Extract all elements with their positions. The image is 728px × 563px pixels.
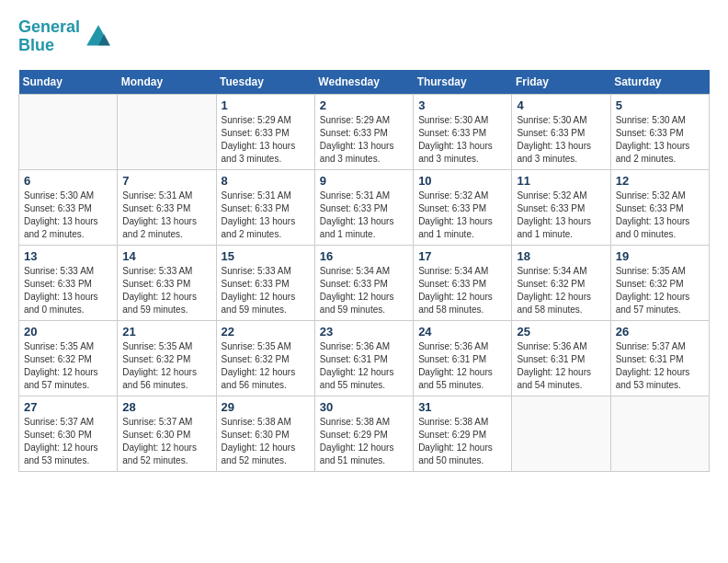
day-info: Sunrise: 5:29 AMSunset: 6:33 PMDaylight:… bbox=[222, 114, 310, 166]
calendar-cell: 14Sunrise: 5:33 AMSunset: 6:33 PMDayligh… bbox=[118, 245, 216, 320]
weekday-sunday: Sunday bbox=[19, 70, 118, 95]
day-info: Sunrise: 5:34 AMSunset: 6:33 PMDaylight:… bbox=[320, 265, 408, 316]
calendar-cell: 8Sunrise: 5:31 AMSunset: 6:33 PMDaylight… bbox=[216, 169, 314, 245]
day-number: 2 bbox=[320, 98, 408, 112]
calendar-cell: 28Sunrise: 5:37 AMSunset: 6:30 PMDayligh… bbox=[118, 396, 216, 471]
logo-text: General Blue bbox=[18, 18, 80, 55]
calendar-week-0: 1Sunrise: 5:29 AMSunset: 6:33 PMDaylight… bbox=[19, 94, 710, 169]
day-number: 21 bbox=[122, 325, 210, 339]
day-number: 14 bbox=[122, 249, 210, 263]
day-number: 20 bbox=[24, 325, 112, 339]
day-number: 29 bbox=[222, 400, 310, 414]
calendar-cell: 6Sunrise: 5:30 AMSunset: 6:33 PMDaylight… bbox=[19, 169, 118, 245]
calendar-cell: 27Sunrise: 5:37 AMSunset: 6:30 PMDayligh… bbox=[19, 396, 118, 471]
weekday-monday: Monday bbox=[118, 70, 216, 95]
calendar-week-3: 20Sunrise: 5:35 AMSunset: 6:32 PMDayligh… bbox=[19, 320, 710, 396]
calendar-cell bbox=[118, 94, 216, 169]
calendar-cell: 31Sunrise: 5:38 AMSunset: 6:29 PMDayligh… bbox=[414, 396, 512, 471]
calendar-week-2: 13Sunrise: 5:33 AMSunset: 6:33 PMDayligh… bbox=[19, 245, 710, 320]
day-info: Sunrise: 5:35 AMSunset: 6:32 PMDaylight:… bbox=[24, 340, 112, 392]
calendar-cell: 1Sunrise: 5:29 AMSunset: 6:33 PMDaylight… bbox=[216, 94, 314, 169]
logo-icon bbox=[84, 22, 113, 52]
calendar-cell: 15Sunrise: 5:33 AMSunset: 6:33 PMDayligh… bbox=[216, 245, 314, 320]
calendar-cell: 2Sunrise: 5:29 AMSunset: 6:33 PMDaylight… bbox=[314, 94, 413, 169]
day-number: 17 bbox=[418, 249, 506, 263]
day-number: 22 bbox=[222, 325, 310, 339]
day-info: Sunrise: 5:31 AMSunset: 6:33 PMDaylight:… bbox=[122, 190, 210, 241]
day-info: Sunrise: 5:36 AMSunset: 6:31 PMDaylight:… bbox=[320, 340, 408, 392]
logo: General Blue bbox=[18, 18, 113, 55]
day-number: 27 bbox=[24, 400, 112, 414]
day-number: 31 bbox=[418, 400, 506, 414]
day-number: 19 bbox=[616, 249, 704, 263]
page-header: General Blue bbox=[18, 18, 710, 55]
day-number: 4 bbox=[517, 98, 605, 112]
calendar-cell bbox=[610, 396, 709, 471]
calendar-cell bbox=[512, 396, 610, 471]
day-info: Sunrise: 5:33 AMSunset: 6:33 PMDaylight:… bbox=[24, 265, 112, 316]
day-info: Sunrise: 5:34 AMSunset: 6:32 PMDaylight:… bbox=[517, 265, 605, 316]
day-number: 30 bbox=[320, 400, 408, 414]
calendar-cell: 29Sunrise: 5:38 AMSunset: 6:30 PMDayligh… bbox=[216, 396, 314, 471]
day-info: Sunrise: 5:36 AMSunset: 6:31 PMDaylight:… bbox=[517, 340, 605, 392]
day-number: 8 bbox=[222, 174, 310, 188]
calendar-cell: 19Sunrise: 5:35 AMSunset: 6:32 PMDayligh… bbox=[610, 245, 709, 320]
day-info: Sunrise: 5:30 AMSunset: 6:33 PMDaylight:… bbox=[418, 114, 506, 166]
day-info: Sunrise: 5:36 AMSunset: 6:31 PMDaylight:… bbox=[418, 340, 506, 392]
calendar-cell: 30Sunrise: 5:38 AMSunset: 6:29 PMDayligh… bbox=[314, 396, 413, 471]
calendar-cell: 5Sunrise: 5:30 AMSunset: 6:33 PMDaylight… bbox=[610, 94, 709, 169]
calendar-cell: 22Sunrise: 5:35 AMSunset: 6:32 PMDayligh… bbox=[216, 320, 314, 396]
calendar-cell: 11Sunrise: 5:32 AMSunset: 6:33 PMDayligh… bbox=[512, 169, 610, 245]
day-info: Sunrise: 5:38 AMSunset: 6:29 PMDaylight:… bbox=[418, 416, 506, 467]
calendar-cell: 20Sunrise: 5:35 AMSunset: 6:32 PMDayligh… bbox=[19, 320, 118, 396]
calendar-cell: 3Sunrise: 5:30 AMSunset: 6:33 PMDaylight… bbox=[414, 94, 512, 169]
day-number: 25 bbox=[517, 325, 605, 339]
calendar-cell: 18Sunrise: 5:34 AMSunset: 6:32 PMDayligh… bbox=[512, 245, 610, 320]
calendar-cell: 16Sunrise: 5:34 AMSunset: 6:33 PMDayligh… bbox=[314, 245, 413, 320]
day-info: Sunrise: 5:35 AMSunset: 6:32 PMDaylight:… bbox=[222, 340, 310, 392]
day-info: Sunrise: 5:32 AMSunset: 6:33 PMDaylight:… bbox=[418, 190, 506, 241]
day-info: Sunrise: 5:37 AMSunset: 6:30 PMDaylight:… bbox=[122, 416, 210, 467]
day-number: 28 bbox=[122, 400, 210, 414]
day-number: 10 bbox=[418, 174, 506, 188]
weekday-wednesday: Wednesday bbox=[314, 70, 413, 95]
day-info: Sunrise: 5:32 AMSunset: 6:33 PMDaylight:… bbox=[616, 190, 704, 241]
calendar-cell: 25Sunrise: 5:36 AMSunset: 6:31 PMDayligh… bbox=[512, 320, 610, 396]
logo-general: General bbox=[18, 17, 80, 36]
calendar-cell: 21Sunrise: 5:35 AMSunset: 6:32 PMDayligh… bbox=[118, 320, 216, 396]
weekday-thursday: Thursday bbox=[414, 70, 512, 95]
day-number: 9 bbox=[320, 174, 408, 188]
day-info: Sunrise: 5:38 AMSunset: 6:29 PMDaylight:… bbox=[320, 416, 408, 467]
weekday-friday: Friday bbox=[512, 70, 610, 95]
day-info: Sunrise: 5:37 AMSunset: 6:31 PMDaylight:… bbox=[616, 340, 704, 392]
weekday-tuesday: Tuesday bbox=[216, 70, 314, 95]
day-number: 13 bbox=[24, 249, 112, 263]
day-info: Sunrise: 5:32 AMSunset: 6:33 PMDaylight:… bbox=[517, 190, 605, 241]
day-info: Sunrise: 5:33 AMSunset: 6:33 PMDaylight:… bbox=[222, 265, 310, 316]
calendar-cell: 10Sunrise: 5:32 AMSunset: 6:33 PMDayligh… bbox=[414, 169, 512, 245]
weekday-row: SundayMondayTuesdayWednesdayThursdayFrid… bbox=[19, 70, 710, 95]
day-info: Sunrise: 5:34 AMSunset: 6:33 PMDaylight:… bbox=[418, 265, 506, 316]
day-number: 26 bbox=[616, 325, 704, 339]
day-info: Sunrise: 5:30 AMSunset: 6:33 PMDaylight:… bbox=[616, 114, 704, 166]
calendar-header: SundayMondayTuesdayWednesdayThursdayFrid… bbox=[19, 70, 710, 95]
day-number: 5 bbox=[616, 98, 704, 112]
day-info: Sunrise: 5:30 AMSunset: 6:33 PMDaylight:… bbox=[24, 190, 112, 241]
day-info: Sunrise: 5:33 AMSunset: 6:33 PMDaylight:… bbox=[122, 265, 210, 316]
calendar-cell bbox=[19, 94, 118, 169]
day-number: 16 bbox=[320, 249, 408, 263]
day-number: 3 bbox=[418, 98, 506, 112]
day-info: Sunrise: 5:35 AMSunset: 6:32 PMDaylight:… bbox=[616, 265, 704, 316]
logo-blue: Blue bbox=[18, 36, 54, 54]
calendar-week-1: 6Sunrise: 5:30 AMSunset: 6:33 PMDaylight… bbox=[19, 169, 710, 245]
calendar-cell: 24Sunrise: 5:36 AMSunset: 6:31 PMDayligh… bbox=[414, 320, 512, 396]
day-info: Sunrise: 5:31 AMSunset: 6:33 PMDaylight:… bbox=[222, 190, 310, 241]
calendar-body: 1Sunrise: 5:29 AMSunset: 6:33 PMDaylight… bbox=[19, 94, 710, 471]
calendar-cell: 17Sunrise: 5:34 AMSunset: 6:33 PMDayligh… bbox=[414, 245, 512, 320]
calendar-week-4: 27Sunrise: 5:37 AMSunset: 6:30 PMDayligh… bbox=[19, 396, 710, 471]
calendar-cell: 7Sunrise: 5:31 AMSunset: 6:33 PMDaylight… bbox=[118, 169, 216, 245]
day-info: Sunrise: 5:29 AMSunset: 6:33 PMDaylight:… bbox=[320, 114, 408, 166]
calendar-cell: 12Sunrise: 5:32 AMSunset: 6:33 PMDayligh… bbox=[610, 169, 709, 245]
day-info: Sunrise: 5:37 AMSunset: 6:30 PMDaylight:… bbox=[24, 416, 112, 467]
day-number: 6 bbox=[24, 174, 112, 188]
